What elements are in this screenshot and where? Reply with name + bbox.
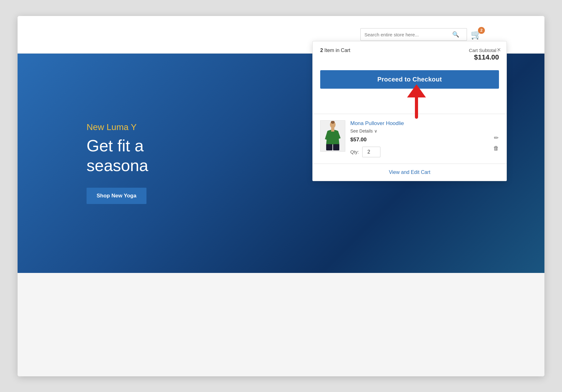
cart-subtotal-area: Cart Subtotal : $114.00 xyxy=(469,48,499,61)
see-details-label: See Details xyxy=(350,128,373,133)
see-details-toggle[interactable]: See Details ∨ xyxy=(350,128,488,133)
edit-item-button[interactable]: ✏ xyxy=(494,134,499,141)
page-background: 🔍 🛒 2 New Luma Y Get fit a seasona Shop … xyxy=(18,16,544,376)
banner-content: New Luma Y Get fit a seasona Shop New Yo… xyxy=(87,122,148,204)
cart-subtotal-amount: $114.00 xyxy=(469,53,499,61)
search-bar-container: 🔍 xyxy=(360,28,467,41)
cart-footer: View and Edit Cart xyxy=(313,164,506,181)
cart-icon-button[interactable]: 🛒 2 xyxy=(471,29,482,40)
svg-rect-4 xyxy=(331,128,334,132)
pencil-icon: ✏ xyxy=(494,135,499,141)
item-image xyxy=(320,120,345,152)
banner-title: Get fit a seasona xyxy=(87,136,148,175)
qty-label: Qty: xyxy=(350,149,359,154)
checkout-button-wrap: Proceed to Checkout xyxy=(313,66,506,95)
banner-subtitle: New Luma Y xyxy=(87,122,148,132)
cart-items-section: Mona Pullover Hoodlie See Details ∨ $57.… xyxy=(313,114,506,164)
cart-badge: 2 xyxy=(478,27,485,34)
cart-item-count: 2 Item in Cart xyxy=(320,48,350,53)
close-button[interactable]: × xyxy=(497,46,501,53)
cart-dropdown: 2 Item in Cart Cart Subtotal : $114.00 ×… xyxy=(312,41,507,181)
search-icon-button[interactable]: 🔍 xyxy=(452,31,459,38)
cart-dropdown-header: 2 Item in Cart Cart Subtotal : $114.00 × xyxy=(313,41,506,66)
item-details: Mona Pullover Hoodlie See Details ∨ $57.… xyxy=(350,120,488,157)
remove-item-button[interactable]: 🗑 xyxy=(493,145,499,152)
trash-icon: 🗑 xyxy=(493,145,499,151)
item-name[interactable]: Mona Pullover Hoodlie xyxy=(350,120,488,127)
banner-title-line1: Get fit a xyxy=(87,137,144,155)
view-edit-cart-link[interactable]: View and Edit Cart xyxy=(389,170,430,175)
cart-count-label: Item in Cart xyxy=(324,48,350,53)
shop-now-button[interactable]: Shop New Yoga xyxy=(87,188,146,204)
proceed-to-checkout-button[interactable]: Proceed to Checkout xyxy=(320,70,499,89)
item-price: $57.00 xyxy=(350,137,488,143)
browser-frame: 🔍 🛒 2 New Luma Y Get fit a seasona Shop … xyxy=(18,16,544,376)
qty-row: Qty: xyxy=(350,147,488,157)
qty-input[interactable] xyxy=(362,147,380,157)
svg-rect-5 xyxy=(326,144,332,150)
search-input[interactable] xyxy=(364,32,452,37)
svg-rect-6 xyxy=(333,144,339,150)
item-actions: ✏ 🗑 xyxy=(493,120,499,152)
cart-count-number: 2 xyxy=(320,48,323,53)
cart-subtotal-label: Cart Subtotal : xyxy=(469,48,499,53)
cart-item: Mona Pullover Hoodlie See Details ∨ $57.… xyxy=(320,120,499,157)
chevron-down-icon: ∨ xyxy=(374,128,377,133)
banner-title-line2: seasona xyxy=(87,156,148,175)
